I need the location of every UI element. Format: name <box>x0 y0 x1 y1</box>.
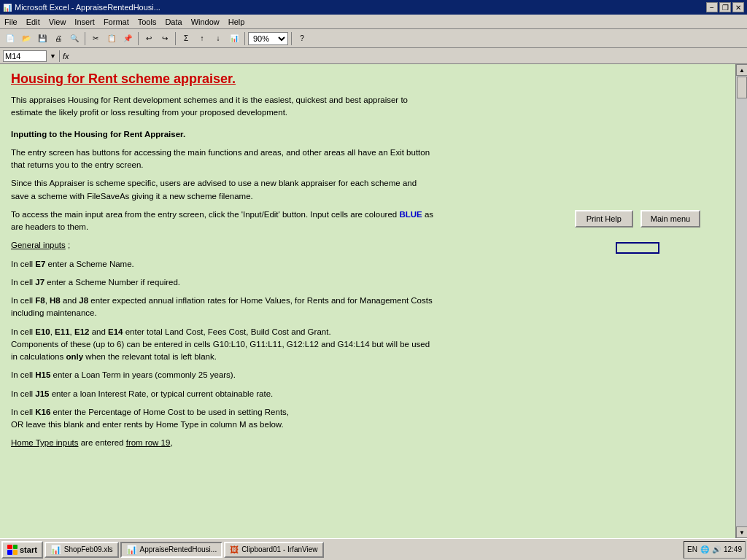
f8-and2: and <box>61 296 80 305</box>
cell-reference[interactable]: M14 <box>3 50 47 62</box>
toolbar-sep-1 <box>85 32 85 45</box>
hometype-from: from row 19 <box>126 438 171 447</box>
save-button[interactable]: 💾 <box>35 31 50 46</box>
hometype-comma: , <box>170 438 172 447</box>
scroll-thumb[interactable] <box>737 77 747 98</box>
k16-text: enter the Percentage of Home Cost to be … <box>50 408 289 416</box>
restore-button[interactable]: ❐ <box>719 2 731 12</box>
e10-line: In cell E10, E11, E12 and E14 enter tota… <box>11 326 434 364</box>
k16-label: In cell <box>11 408 35 416</box>
menu-insert[interactable]: Insert <box>70 16 99 28</box>
e10-text: enter total Land Cost, Fees Cost, Build … <box>123 327 330 336</box>
print-button[interactable]: 🖨 <box>51 31 66 46</box>
scroll-track[interactable] <box>736 76 747 526</box>
f8-label: In cell <box>11 296 35 305</box>
zoom-dropdown[interactable]: 90% 100% 75% <box>248 32 288 45</box>
e10-cell3: E12 <box>74 327 89 336</box>
general-inputs-suffix: ; <box>66 241 70 249</box>
cut-button[interactable]: ✂ <box>88 31 103 46</box>
h15-text: enter a Loan Term in years (commonly 25 … <box>50 370 236 379</box>
toolbar-sep-2 <box>138 32 139 45</box>
minimize-button[interactable]: − <box>706 2 718 12</box>
title-bar-left: 📊 Microsoft Excel - AppraiseRentedHousi.… <box>3 3 160 12</box>
e7-label: In cell <box>11 260 35 268</box>
menu-edit[interactable]: Edit <box>22 16 44 28</box>
e7-text: enter a Scheme Name. <box>45 260 133 268</box>
intro-paragraph: This appraises Housing for Rent developm… <box>11 94 434 120</box>
menu-view[interactable]: View <box>44 16 71 28</box>
e7-cell: E7 <box>35 260 45 268</box>
e10-label: In cell <box>11 327 35 336</box>
e10-cell4: E14 <box>108 327 123 336</box>
menu-tools[interactable]: Tools <box>133 16 161 28</box>
copy-button[interactable]: 📋 <box>104 31 119 46</box>
menu-window[interactable]: Window <box>187 16 224 28</box>
f8-line: In cell F8, H8 and J8 enter expected ann… <box>11 295 434 320</box>
section1-heading: Inputting to the Housing for Rent Apprai… <box>11 128 434 141</box>
scroll-up-button[interactable]: ▲ <box>736 64 747 76</box>
j7-text: enter a Scheme Number if required. <box>44 278 180 287</box>
hometype-text: are entered <box>78 438 125 447</box>
chart-button[interactable]: 📊 <box>227 31 241 46</box>
section1-p2: Since this Appraiser is scheme specific,… <box>11 177 434 203</box>
h15-label: In cell <box>11 370 35 379</box>
j7-cell: J7 <box>35 278 44 287</box>
close-button[interactable]: ✕ <box>732 2 744 12</box>
undo-button[interactable]: ↩ <box>142 31 156 46</box>
menu-bar: File Edit View Insert Format Tools Data … <box>0 15 747 29</box>
main-menu-button[interactable]: Main menu <box>640 210 700 228</box>
j7-line: In cell J7 enter a Scheme Number if requ… <box>11 276 434 289</box>
j7-label: In cell <box>11 278 35 287</box>
j15-label: In cell <box>11 389 35 398</box>
sort-asc-button[interactable]: ↑ <box>195 31 209 46</box>
open-button[interactable]: 📂 <box>19 31 34 46</box>
cell-selection-indicator <box>616 242 659 254</box>
section1-p1: The entry screen has buttons for accessi… <box>11 147 434 172</box>
general-inputs-line: General inputs ; <box>11 239 434 252</box>
sort-desc-button[interactable]: ↓ <box>211 31 225 46</box>
e10-cell2: E11 <box>55 327 69 336</box>
help-button[interactable]: ? <box>295 31 309 46</box>
app-icon: 📊 <box>3 4 12 12</box>
h15-cell: H15 <box>35 370 50 379</box>
j15-line: In cell J15 enter a loan Interest Rate, … <box>11 388 434 400</box>
j15-text: enter a loan Interest Rate, or typical c… <box>49 389 273 398</box>
redo-button[interactable]: ↪ <box>158 31 172 46</box>
menu-file[interactable]: File <box>0 16 22 28</box>
right-panel: Print Help Main menu <box>528 64 747 538</box>
sum-button[interactable]: Σ <box>179 31 193 46</box>
e7-line: In cell E7 enter a Scheme Name. <box>11 258 434 271</box>
scroll-down-button[interactable]: ▼ <box>736 526 747 538</box>
f8-cell3: J8 <box>79 296 88 305</box>
formula-expand-icon: ▼ <box>50 52 56 60</box>
document-content: This appraises Housing for Rent developm… <box>11 94 434 450</box>
toolbar-sep-5 <box>291 32 292 45</box>
new-button[interactable]: 📄 <box>3 31 18 46</box>
document-title: Housing for Rent scheme appraiser. <box>11 71 514 87</box>
toolbar-sep-3 <box>175 32 176 45</box>
menu-format[interactable]: Format <box>99 16 133 28</box>
k16-cell: K16 <box>35 408 50 416</box>
menu-help[interactable]: Help <box>224 16 249 28</box>
main-area: Housing for Rent scheme appraiser. This … <box>0 64 747 538</box>
general-inputs-label: General inputs <box>11 241 66 249</box>
k16-line: In cell K16 enter the Percentage of Home… <box>11 406 434 432</box>
j15-cell: J15 <box>35 389 49 398</box>
fx-label: fx <box>63 52 69 61</box>
e10-cell1: E10 <box>35 327 50 336</box>
formula-separator <box>59 50 60 62</box>
paste-button[interactable]: 📌 <box>120 31 135 46</box>
k16-p2: OR leave this blank and enter rents by H… <box>11 420 284 429</box>
title-bar-controls: − ❐ ✕ <box>706 2 744 12</box>
hometype-line: Home Type inputs are entered from row 19… <box>11 437 434 449</box>
menu-data[interactable]: Data <box>160 16 186 28</box>
window-title: Microsoft Excel - AppraiseRentedHousi... <box>15 3 160 12</box>
formula-input[interactable] <box>71 52 744 61</box>
print-preview-button[interactable]: 🔍 <box>67 31 82 46</box>
print-help-button[interactable]: Print Help <box>575 210 633 228</box>
f8-cell2: H8 <box>50 296 61 305</box>
vertical-scrollbar[interactable]: ▲ ▼ <box>735 64 747 538</box>
cell-ref-text: M14 <box>5 52 20 61</box>
blue-label: BLUE <box>399 210 422 219</box>
e10-and: and <box>89 327 108 336</box>
